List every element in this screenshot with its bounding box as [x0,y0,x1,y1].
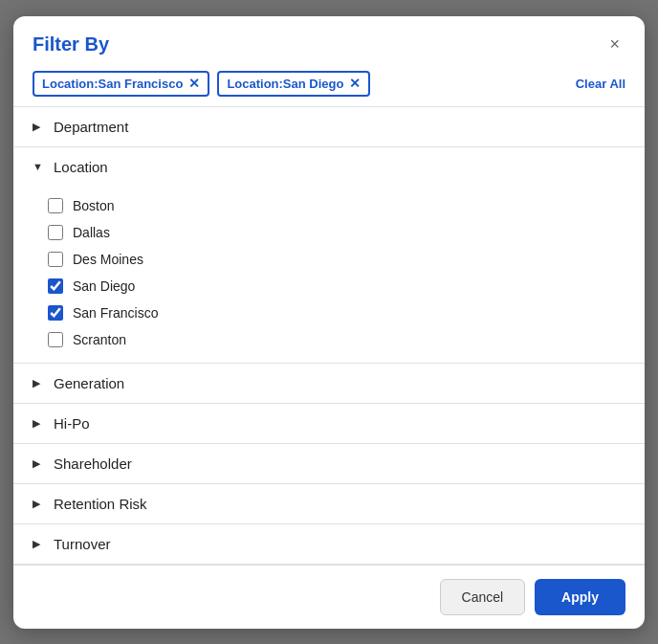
section-generation: ▶ Generation [13,364,645,404]
section-shareholder-header[interactable]: ▶ Shareholder [13,444,645,483]
shareholder-label: Shareholder [54,455,132,472]
checkbox-san-francisco-label[interactable]: San Francisco [73,305,158,321]
checkbox-dallas-label[interactable]: Dallas [73,225,110,240]
generation-label: Generation [54,375,124,391]
filter-modal: Filter By × Location:San Francisco ✕ Loc… [13,16,645,629]
section-shareholder: ▶ Shareholder [13,444,645,484]
checkbox-boston-label[interactable]: Boston [73,198,115,213]
checkbox-dallas: Dallas [48,219,625,246]
filter-tag-sf: Location:San Francisco ✕ [33,71,209,97]
section-hi-po: ▶ Hi-Po [13,404,645,444]
section-location: ▼ Location Boston Dallas Des Moines [13,147,645,364]
section-location-header[interactable]: ▼ Location [13,147,645,187]
filter-tag-sd-remove[interactable]: ✕ [349,77,361,90]
hi-po-chevron: ▶ [33,417,44,430]
close-button[interactable]: × [603,33,625,55]
location-label: Location [54,159,108,175]
cancel-button[interactable]: Cancel [440,579,526,615]
section-retention-risk-header[interactable]: ▶ Retention Risk [13,484,645,523]
section-department: ▶ Department [13,107,645,147]
shareholder-chevron: ▶ [33,457,44,470]
checkbox-des-moines-input[interactable] [48,252,63,267]
checkbox-des-moines-label[interactable]: Des Moines [73,252,143,267]
checkbox-boston-input[interactable] [48,198,63,213]
filter-tag-sd: Location:San Diego ✕ [217,71,370,97]
section-department-header[interactable]: ▶ Department [13,107,645,146]
filter-tags-row: Location:San Francisco ✕ Location:San Di… [13,65,645,106]
apply-button[interactable]: Apply [535,579,625,615]
hi-po-label: Hi-Po [54,415,90,432]
filter-tag-sf-remove[interactable]: ✕ [188,77,200,90]
turnover-label: Turnover [54,536,110,552]
checkbox-scranton-input[interactable] [48,332,63,347]
checkbox-dallas-input[interactable] [48,225,63,240]
filter-tag-sd-label: Location:San Diego [227,77,343,91]
checkbox-san-francisco-input[interactable] [48,305,63,321]
clear-all-button[interactable]: Clear All [576,77,625,91]
checkbox-des-moines: Des Moines [48,246,625,273]
retention-risk-label: Retention Risk [54,496,147,512]
location-chevron: ▼ [33,161,44,172]
generation-chevron: ▶ [33,377,44,389]
section-turnover: ▶ Turnover [13,524,645,565]
section-retention-risk: ▶ Retention Risk [13,484,645,524]
section-turnover-header[interactable]: ▶ Turnover [13,524,645,564]
checkbox-boston: Boston [48,192,625,219]
department-label: Department [54,119,128,135]
location-content: Boston Dallas Des Moines San Diego San F [13,187,645,363]
section-hi-po-header[interactable]: ▶ Hi-Po [13,404,645,443]
modal-header: Filter By × [13,16,645,65]
checkbox-san-francisco: San Francisco [48,300,625,326]
filter-tag-sf-label: Location:San Francisco [42,77,183,91]
modal-footer: Cancel Apply [13,565,645,629]
section-generation-header[interactable]: ▶ Generation [13,364,645,403]
modal-title: Filter By [33,33,109,56]
filter-body: ▶ Department ▼ Location Boston Dallas [13,106,645,565]
department-chevron: ▶ [33,121,44,133]
checkbox-scranton: Scranton [48,326,625,353]
checkbox-scranton-label[interactable]: Scranton [73,332,126,347]
checkbox-san-diego-label[interactable]: San Diego [73,278,135,294]
checkbox-san-diego: San Diego [48,273,625,300]
turnover-chevron: ▶ [33,538,44,550]
retention-risk-chevron: ▶ [33,498,44,510]
checkbox-san-diego-input[interactable] [48,278,63,294]
